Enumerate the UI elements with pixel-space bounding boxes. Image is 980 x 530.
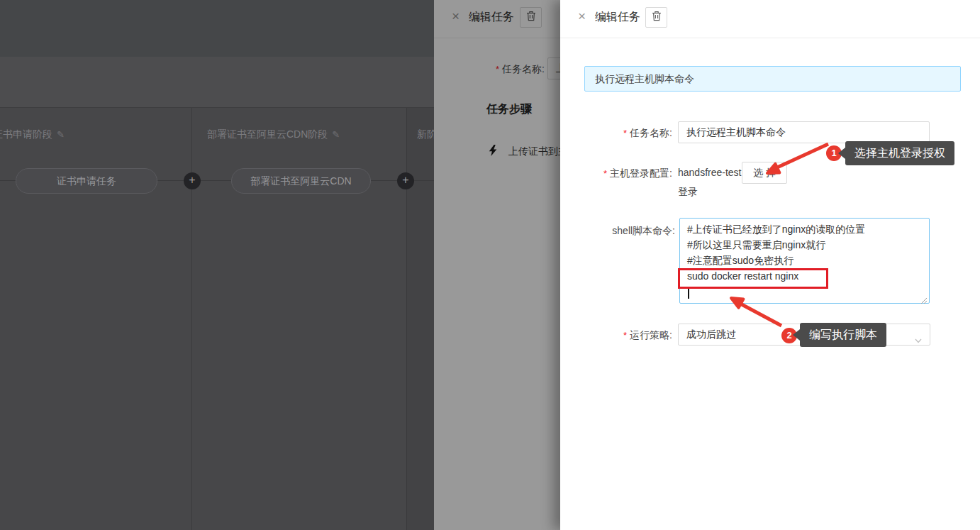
task-step-label: 上传证书到主机 (508, 145, 560, 158)
required-mark: * (623, 330, 627, 341)
task-name-label: *任务名称: (560, 127, 672, 140)
text-cursor (688, 287, 689, 299)
task-name-label: *任务名称: (434, 63, 545, 76)
stage-title-text: 证书申请阶段 (0, 128, 52, 140)
required-mark: * (603, 168, 607, 179)
drawer-title: 编辑任务 (595, 10, 640, 25)
stage-column-3 (407, 108, 434, 530)
resize-handle-icon[interactable] (920, 294, 928, 307)
connector-line (0, 180, 16, 181)
host-login-label: *主机登录配置: (560, 167, 672, 180)
stage-divider (406, 108, 407, 530)
required-mark: * (623, 128, 627, 138)
connector-line (201, 180, 231, 181)
script-line: #所以这里只需要重启nginx就行 (687, 237, 922, 253)
task-node-deploy-cdn[interactable]: 部署证书至阿里云CDN (231, 168, 371, 194)
shell-script-label: shell脚本命令: (560, 225, 675, 238)
close-icon[interactable]: × (452, 9, 460, 24)
edit-pencil-icon[interactable]: ✎ (57, 129, 65, 140)
choose-host-button[interactable]: 选 择 (742, 162, 787, 184)
stage-title-1: 证书申请阶段✎ (0, 128, 65, 141)
workflow-canvas: 证书申请阶段✎ 部署证书至阿里云CDN阶段✎ 新阶段 证书申请任务 部署证书至阿… (0, 0, 434, 530)
toolbar-band (0, 57, 434, 108)
trash-icon (526, 11, 536, 24)
stage-divider (191, 108, 192, 530)
edit-task-drawer-back: × 编辑任务 *任务名称: 上传证书到主机 任务步骤 上传证书到主机 (434, 0, 560, 530)
chevron-down-icon (914, 331, 923, 352)
task-step-item[interactable]: 上传证书到主机 (489, 145, 560, 159)
task-type-alert: 执行远程主机脚本命令 (584, 66, 961, 92)
stage-title-text: 新阶段 (417, 128, 434, 140)
task-name-input[interactable]: 上传证书到主机 (547, 57, 560, 79)
add-stage-button[interactable]: + (397, 172, 414, 189)
trash-icon (652, 11, 662, 24)
delete-task-button[interactable] (645, 7, 667, 28)
run-policy-value: 成功后跳过 (686, 329, 736, 340)
lightning-icon (489, 145, 497, 159)
divider (434, 38, 560, 38)
delete-task-button[interactable] (520, 7, 542, 28)
script-line: #注意配置sudo免密执行 (687, 253, 922, 268)
connector-line (157, 180, 184, 181)
script-line: #上传证书已经放到了nginx的读取的位置 (687, 221, 922, 237)
task-name-input[interactable]: 执行远程主机脚本命令 (678, 121, 930, 143)
stage-title-3: 新阶段 (417, 128, 434, 141)
run-policy-select[interactable]: 成功后跳过 (678, 324, 930, 346)
edit-pencil-icon[interactable]: ✎ (332, 129, 340, 140)
connector-line (371, 180, 397, 181)
app-topbar (0, 0, 434, 57)
drawer-title: 编辑任务 (469, 10, 514, 25)
run-policy-label: *运行策略: (560, 329, 672, 342)
stage-title-text: 部署证书至阿里云CDN阶段 (207, 128, 328, 140)
close-icon[interactable]: × (578, 9, 586, 24)
task-steps-heading: 任务步骤 (486, 102, 532, 117)
connector-line (414, 180, 434, 181)
host-login-value-wrap: 登录 (678, 186, 698, 199)
host-login-value: handsfree-test (678, 167, 742, 178)
divider (560, 38, 980, 38)
edit-task-drawer: × 编辑任务 执行远程主机脚本命令 *任务名称: 执行远程主机脚本命令 *主机登… (560, 0, 980, 530)
add-stage-button[interactable]: + (184, 172, 201, 189)
script-line: sudo docker restart nginx (687, 268, 922, 284)
required-mark: * (496, 64, 499, 74)
stage-title-2: 部署证书至阿里云CDN阶段✎ (207, 128, 340, 141)
task-node-cert-request[interactable]: 证书申请任务 (16, 168, 157, 194)
shell-script-textarea[interactable]: #上传证书已经放到了nginx的读取的位置 #所以这里只需要重启nginx就行 … (679, 218, 930, 304)
drawer-dim-overlay (434, 0, 560, 530)
